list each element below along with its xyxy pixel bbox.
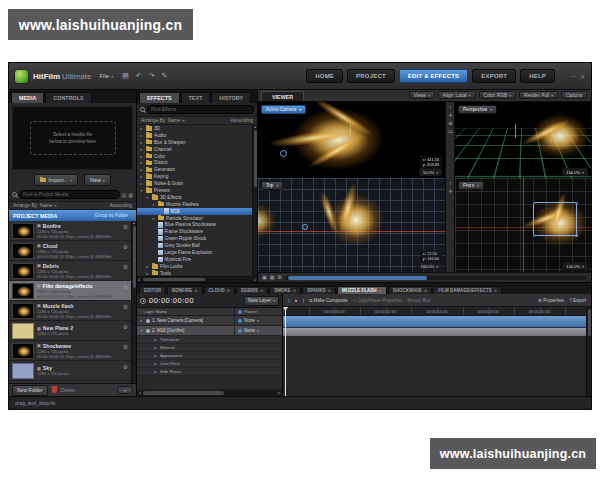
list-view-icon[interactable]: ▤ (122, 192, 127, 198)
tab-cloud[interactable]: CLOUD⊗ (204, 286, 235, 294)
close-tab-icon[interactable]: ⊗ (378, 288, 381, 293)
layout-icon[interactable]: ▦ (270, 275, 275, 280)
tab-debris[interactable]: DEBRIS⊗ (236, 286, 268, 294)
gear-icon[interactable]: ⚙ (123, 244, 128, 250)
layer-list-h-scrollbar[interactable]: ◂▸ (137, 389, 282, 396)
media-list-item-selected[interactable]: ▣Film damage/effects 1920 x 1080 pixels … (9, 281, 136, 301)
top-zoom-dropdown[interactable]: 100.0%▾ (417, 262, 443, 270)
trash-icon[interactable] (52, 387, 57, 393)
media-list-scrollbar[interactable]: ▲ (131, 221, 136, 383)
layer-property-group[interactable]: ▸Appearance (137, 352, 282, 360)
viewport-front[interactable]: Front▾ 100.0%▾ (455, 178, 591, 272)
track-v-scrollbar[interactable] (586, 307, 591, 396)
delete-button[interactable]: Delete (61, 387, 75, 393)
expand-icon[interactable]: ▸ (153, 361, 158, 366)
effects-tree-folder[interactable]: ▸Channel (137, 146, 257, 153)
scrollbar-thumb[interactable] (288, 276, 427, 280)
viewport-active-camera[interactable]: Active Camera▾ x: 441.50 y: 208.83 (258, 102, 445, 178)
orbit-icon[interactable]: ⊕ (448, 121, 452, 126)
effects-tree-folder[interactable]: ▾Muzzle Flashes (137, 201, 257, 208)
layer-property-group[interactable]: ▸Material (137, 344, 282, 352)
effects-tree-folder[interactable]: ▸Audio (137, 132, 257, 139)
effects-tree-folder[interactable]: ▸Keying (137, 173, 257, 180)
gear-icon[interactable]: ⚙ (123, 264, 128, 270)
expand-icon[interactable]: ▸ (153, 369, 158, 374)
layer-row-camera[interactable]: ▸ 1. New Camera [Camera] None▾ (137, 316, 282, 326)
scroll-right-icon[interactable]: ▸ (278, 391, 280, 395)
scrollbar-thumb[interactable] (143, 391, 224, 395)
redo-icon[interactable]: ↷ (148, 72, 156, 80)
layer-property-group[interactable]: ▸Transform (137, 336, 282, 344)
camera-zoom-dropdown[interactable]: 50.0%▾ (419, 168, 442, 176)
active-camera-dropdown[interactable]: Active Camera▾ (261, 105, 306, 114)
top-view-dropdown[interactable]: Top▾ (261, 181, 283, 190)
front-view-dropdown[interactable]: Front▾ (458, 181, 484, 190)
collapse-icon[interactable]: ▾ (139, 328, 144, 333)
new-button[interactable]: New▾ (84, 174, 111, 186)
scroll-up-icon[interactable]: ▲ (132, 221, 135, 225)
expand-icon[interactable]: ▸ (153, 345, 158, 350)
tab-editor[interactable]: EDITOR (139, 286, 166, 294)
tab-shockwave[interactable]: SHOCKWAVE⊗ (388, 286, 433, 294)
tab-project[interactable]: PROJECT (347, 69, 395, 83)
gear-icon[interactable]: ⚙ (123, 304, 128, 310)
gear-icon[interactable]: ⚙ (123, 224, 128, 230)
media-list-item[interactable]: ▣Cloud 1280 x 720 pixels 00:00:10:00 @ 2… (9, 241, 136, 261)
perspective-zoom-dropdown[interactable]: 100.0%▾ (562, 168, 588, 176)
effects-tree-item[interactable]: Green Ripple Shock (137, 235, 257, 242)
viewport-perspective[interactable]: Perspective▾ 100.0%▾ (455, 102, 591, 178)
media-options-button[interactable]: ▾ (117, 386, 133, 394)
record-icon[interactable]: ● (295, 298, 298, 303)
save-icon[interactable]: ▤ (121, 72, 130, 80)
scroll-up-icon[interactable]: ▲ (253, 125, 256, 129)
visibility-icon[interactable] (146, 319, 150, 323)
media-list-item[interactable]: ▣Shockwave 1280 x 720 pixels 00:00:10:00… (9, 341, 136, 361)
close-tab-icon[interactable]: ⊗ (227, 288, 230, 293)
viewport-top[interactable]: Top▾ x: 72.50 y: 146.00 (258, 178, 445, 272)
pen-icon[interactable]: ✎ (161, 72, 169, 80)
close-tab-icon[interactable]: ⊗ (260, 288, 263, 293)
expand-icon[interactable]: ▸ (153, 337, 158, 342)
tab-edit-effects[interactable]: EDIT & EFFECTS (399, 69, 468, 83)
effects-tree-folder[interactable]: ▸Generator (137, 166, 257, 173)
expand-icon[interactable]: ▸ (139, 318, 144, 323)
layer-property-group[interactable]: ▸Side Flares (137, 368, 282, 376)
media-list-item[interactable]: ▣Debris 1280 x 720 pixels 00:00:10:00 @ … (9, 261, 136, 281)
media-list-item[interactable]: ▣Muzzle flash 1280 x 720 pixels 00:00:10… (9, 301, 136, 321)
snapshot-icon[interactable]: ▣ (262, 275, 267, 280)
media-list-item[interactable]: ▦New Plane 2 1280 x 720 pixels ⚙ (9, 321, 136, 341)
copy-paste-properties-button[interactable]: ✂ Copy/Paste Properties (352, 298, 402, 303)
pan-icon[interactable]: ↕ (449, 105, 452, 110)
render-dropdown[interactable]: Render: Full▾ (519, 91, 558, 99)
make-composite-button[interactable]: ⧉ Make Composite (309, 298, 347, 303)
scroll-left-icon[interactable]: ◂ (139, 391, 141, 395)
close-tab-icon[interactable]: ⊗ (424, 288, 427, 293)
prev-frame-icon[interactable]: ⟨ (288, 298, 290, 303)
track-clip-m16[interactable] (283, 328, 591, 337)
scroll-left-icon[interactable]: ◂ (138, 278, 140, 282)
grid-view-icon[interactable]: ▦ (128, 192, 133, 198)
timeline-ruler[interactable]: 00:00:05:00 00:00:10:00 00:00:15:00 00:0… (283, 307, 591, 316)
effects-tree-folder[interactable]: ▾Presets (137, 187, 257, 194)
layer-property-group[interactable]: ▸Core Flare (137, 360, 282, 368)
tab-muzzle-flash[interactable]: MUZZLE FLASH⊗ (337, 286, 387, 294)
align-dropdown[interactable]: Align: Local▾ (438, 91, 476, 99)
scrollbar-thumb[interactable] (143, 278, 205, 281)
effects-tree-item[interactable]: Flame Shockwave (137, 228, 257, 235)
tab-media[interactable]: MEDIA (11, 92, 44, 103)
frame-icon[interactable]: ▭ (448, 129, 453, 134)
close-icon[interactable]: ✕ (580, 73, 585, 80)
parent-dropdown[interactable]: None▾ (234, 316, 280, 325)
effects-tree-item[interactable]: Large Flame Explosion (137, 249, 257, 256)
layer-row-m16-selected[interactable]: ▾ 2. M16 [Gunfire] None▾ (137, 326, 282, 336)
file-menu[interactable]: File▾ (96, 71, 116, 81)
close-tab-icon[interactable]: ⊗ (194, 288, 197, 293)
color-dropdown[interactable]: Color: RGB▾ (479, 91, 517, 99)
tab-viewer[interactable]: VIEWER (261, 91, 304, 101)
tab-sparks[interactable]: SPARKS⊗ (302, 286, 336, 294)
tab-film-damage[interactable]: FILM DAMAGE/EFFECTS⊗ (433, 286, 502, 294)
effects-tree-item[interactable]: Grey Smoke Ball (137, 242, 257, 249)
tab-export[interactable]: EXPORT (472, 69, 516, 83)
scrollbar-thumb[interactable] (254, 130, 257, 187)
tab-smoke[interactable]: SMOKE⊗ (269, 286, 301, 294)
